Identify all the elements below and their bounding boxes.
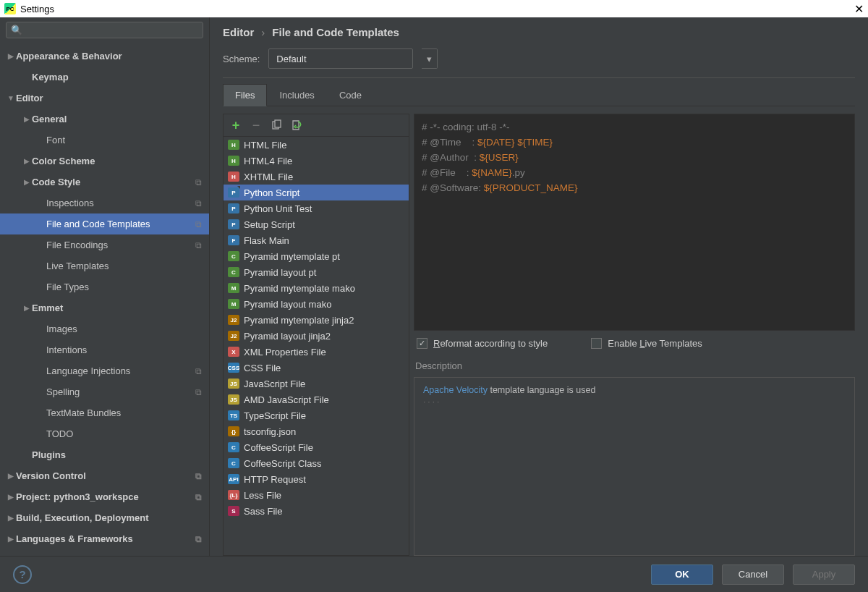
description-meta: ···· <box>423 397 846 407</box>
settings-tree[interactable]: Appearance & BehaviorKeymapEditorGeneral… <box>0 43 209 556</box>
breadcrumb: Editor › File and Code Templates <box>223 26 855 38</box>
tree-item[interactable]: Color Scheme <box>0 151 209 172</box>
apache-velocity-link[interactable]: Apache Velocity <box>423 385 488 395</box>
tree-item[interactable]: Project: python3_workspce⧉ <box>0 486 209 507</box>
tree-item[interactable]: File Encodings⧉ <box>0 234 209 255</box>
template-item[interactable]: {L}Less File <box>224 487 409 503</box>
template-item[interactable]: JSJavaScript File <box>224 376 409 392</box>
template-item[interactable]: FFlask Main <box>224 232 409 248</box>
expander-icon[interactable] <box>22 115 32 123</box>
template-item[interactable]: APIHTTP Request <box>224 471 409 487</box>
tree-item[interactable]: Languages & Frameworks⧉ <box>0 528 209 549</box>
tree-item[interactable]: Font <box>0 130 209 151</box>
template-item[interactable]: {}tsconfig.json <box>224 423 409 439</box>
template-item[interactable]: SSass File <box>224 503 409 519</box>
template-item[interactable]: J2Pyramid layout jinja2 <box>224 328 409 344</box>
template-item[interactable]: HHTML File <box>224 137 409 153</box>
file-type-icon: J2 <box>228 331 239 341</box>
close-icon[interactable]: ✕ <box>854 2 864 16</box>
file-type-icon: X <box>228 347 239 357</box>
expander-icon[interactable] <box>6 535 16 543</box>
code-editor[interactable]: # -*- coding: utf-8 -*-# @Time : ${DATE}… <box>414 114 855 331</box>
tree-item-label: File Encodings <box>46 240 195 250</box>
tree-item[interactable]: TODO <box>0 423 209 444</box>
template-item[interactable]: JSAMD JavaScript File <box>224 392 409 407</box>
expander-icon[interactable] <box>6 514 16 522</box>
tree-item[interactable]: Emmet <box>0 297 209 318</box>
template-item[interactable]: J2Pyramid mytemplate jinja2 <box>224 312 409 328</box>
tree-item[interactable]: General <box>0 109 209 130</box>
tree-item[interactable]: File Types <box>0 276 209 297</box>
copy-icon[interactable] <box>270 119 283 132</box>
template-item[interactable]: CCoffeeScript File <box>224 439 409 455</box>
add-icon[interactable]: + <box>229 119 242 132</box>
template-item-label: XHTML File <box>244 172 293 182</box>
tree-item[interactable]: Build, Execution, Deployment <box>0 507 209 528</box>
footer: ? OK Cancel Apply <box>0 556 868 592</box>
tree-item-label: Color Scheme <box>32 156 202 166</box>
template-item-label: HTTP Request <box>244 474 306 485</box>
scheme-select[interactable]: Default <box>268 48 413 69</box>
apply-button[interactable]: Apply <box>793 564 855 585</box>
expander-icon[interactable] <box>6 472 16 480</box>
breadcrumb-b: File and Code Templates <box>272 26 399 38</box>
tab-files[interactable]: Files <box>223 84 267 106</box>
template-item[interactable]: CPyramid mytemplate pt <box>224 248 409 264</box>
template-item[interactable]: HHTML4 File <box>224 153 409 169</box>
expander-icon[interactable] <box>6 52 16 60</box>
expander-icon[interactable] <box>22 178 32 186</box>
code-line: # @Time : ${DATE} ${TIME} <box>422 135 847 151</box>
template-item[interactable]: PSetup Script <box>224 216 409 232</box>
help-button[interactable]: ? <box>13 565 32 584</box>
tree-item[interactable]: Plugins <box>0 444 209 465</box>
tab-includes[interactable]: Includes <box>267 84 326 106</box>
template-item[interactable]: CPyramid layout pt <box>224 264 409 280</box>
template-item[interactable]: XXML Properties File <box>224 344 409 360</box>
remove-icon[interactable]: − <box>250 119 263 132</box>
template-item-label: Pyramid mytemplate pt <box>244 251 340 262</box>
tree-item[interactable]: Intentions <box>0 339 209 360</box>
expander-icon[interactable] <box>6 493 16 501</box>
tree-item[interactable]: Images <box>0 318 209 339</box>
tree-item[interactable]: File and Code Templates⧉ <box>0 213 209 234</box>
expander-icon[interactable] <box>22 157 32 165</box>
tab-code[interactable]: Code <box>327 84 374 106</box>
tree-item[interactable]: TextMate Bundles <box>0 402 209 423</box>
template-item[interactable]: MPyramid layout mako <box>224 296 409 312</box>
expander-icon[interactable] <box>22 304 32 312</box>
live-templates-checkbox[interactable]: Enable Live Templates <box>591 338 702 349</box>
tree-item[interactable]: Code Style⧉ <box>0 172 209 193</box>
tree-item[interactable]: Spelling⧉ <box>0 381 209 402</box>
template-item[interactable]: TSTypeScript File <box>224 407 409 423</box>
template-item[interactable]: PPython Unit Test <box>224 200 409 216</box>
expander-icon[interactable] <box>6 94 16 102</box>
search-input[interactable] <box>6 22 203 38</box>
template-item-label: Pyramid mytemplate jinja2 <box>244 315 354 326</box>
tree-item[interactable]: Live Templates <box>0 255 209 276</box>
file-type-icon: P <box>228 203 239 213</box>
tree-item[interactable]: Appearance & Behavior <box>0 46 209 67</box>
tree-item[interactable]: Inspections⧉ <box>0 193 209 213</box>
tree-item[interactable]: Keymap <box>0 67 209 88</box>
template-item-label: Python Script <box>244 187 299 198</box>
template-item-label: Flask Main <box>244 235 289 246</box>
template-item[interactable]: PPython Script <box>224 185 409 200</box>
scheme-dropdown-icon[interactable]: ▾ <box>422 48 438 69</box>
template-item-label: CoffeeScript File <box>244 442 313 453</box>
ok-button[interactable]: OK <box>651 564 713 585</box>
tree-item-label: Emmet <box>32 303 202 313</box>
refresh-icon[interactable] <box>290 119 303 132</box>
reformat-checkbox[interactable]: Reformat according to style <box>417 338 548 349</box>
cancel-button[interactable]: Cancel <box>722 564 784 585</box>
template-item[interactable]: CCoffeeScript Class <box>224 455 409 471</box>
tree-item-label: Project: python3_workspce <box>16 491 195 502</box>
template-item[interactable]: HXHTML File <box>224 169 409 185</box>
template-item-label: Pyramid mytemplate mako <box>244 283 355 294</box>
template-item[interactable]: CSSCSS File <box>224 360 409 376</box>
template-item[interactable]: MPyramid mytemplate mako <box>224 280 409 296</box>
template-list[interactable]: HHTML FileHHTML4 FileHXHTML FilePPython … <box>224 137 409 555</box>
tree-item[interactable]: Language Injections⧉ <box>0 360 209 381</box>
tree-item[interactable]: Editor <box>0 88 209 109</box>
tree-item[interactable]: Version Control⧉ <box>0 465 209 486</box>
breadcrumb-a[interactable]: Editor <box>223 26 254 38</box>
